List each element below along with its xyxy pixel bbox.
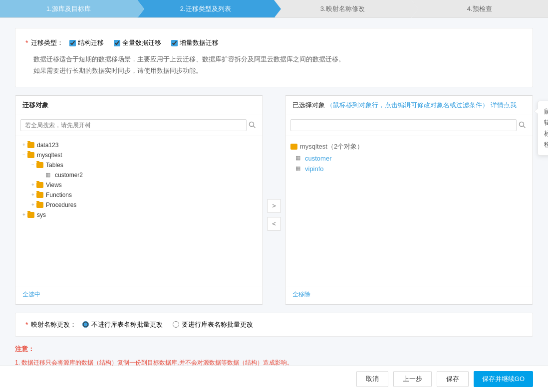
- toggle-procedures[interactable]: +: [29, 202, 36, 207]
- step-4-label: 4.预检查: [467, 4, 492, 13]
- selected-item-customer[interactable]: ▦ customer: [285, 153, 533, 164]
- tree-label-data123: data123: [37, 142, 58, 149]
- tooltip-text: 鼠标移到对象上，点击编辑入口，即可配置源跟目标实例的对象名映射及迁移列选择: [544, 108, 548, 148]
- step-2[interactable]: 2.迁移类型及列表: [137, 0, 274, 17]
- migration-type-section: * 迁移类型： 结构迁移 全量数据迁移 增量数据迁移 数据迁移适合于短期的数据移…: [15, 28, 533, 87]
- step-1[interactable]: 1.源库及目标库: [0, 0, 137, 17]
- folder-icon-functions: [36, 192, 43, 198]
- tree-item-sys[interactable]: + sys: [15, 210, 263, 220]
- tree-item-data123[interactable]: + data123: [15, 140, 263, 150]
- no-batch-radio-item[interactable]: 不进行库表名称批量更改: [82, 320, 163, 329]
- tree-label-mysqltest: mysqltest: [37, 152, 62, 159]
- folder-icon-mysqltest-right: [290, 144, 297, 150]
- toggle-mysqltest[interactable]: −: [20, 152, 27, 158]
- prev-button[interactable]: 上一步: [393, 371, 432, 387]
- right-search-icon: [519, 121, 526, 128]
- notes-title: 注意：: [15, 345, 533, 354]
- structural-migration-checkbox[interactable]: 结构迁移: [69, 38, 104, 47]
- migration-desc-line2: 如果需要进行长期的数据实时同步，请使用数据同步功能。: [33, 65, 523, 76]
- mapping-row: * 映射名称更改： 不进行库表名称批量更改 要进行库表名称批量更改: [25, 320, 523, 329]
- do-batch-radio-item[interactable]: 要进行库表名称批量更改: [173, 320, 253, 329]
- save-button[interactable]: 保存: [437, 371, 469, 387]
- stepper: 1.源库及目标库 2.迁移类型及列表 3.映射名称修改 4.预检查: [0, 0, 548, 18]
- tree-item-procedures[interactable]: + Procedures: [15, 200, 263, 210]
- step-4[interactable]: 4.预检查: [411, 0, 548, 17]
- tree-item-functions[interactable]: + Functions: [15, 190, 263, 200]
- selected-items-list: mysqltest（2个对象） ▦ customer ▦ vipinfo: [285, 136, 533, 286]
- tree-label-views: Views: [46, 182, 62, 189]
- selected-group-label: mysqltest（2个对象）: [300, 142, 363, 151]
- no-batch-radio[interactable]: [82, 321, 89, 328]
- tooltip-box: 鼠标移到对象上，点击编辑入口，即可配置源跟目标实例的对象名映射及迁移列选择: [538, 101, 548, 156]
- main-content: * 迁移类型： 结构迁移 全量数据迁移 增量数据迁移 数据迁移适合于短期的数据移…: [0, 18, 548, 392]
- panels-area: 迁移对象 + data123 −: [15, 95, 533, 305]
- select-all-button[interactable]: 全选中: [22, 290, 40, 299]
- migration-desc-line1: 数据迁移适合于短期的数据移场景，主要应用于上云迁移、数据库扩容拆分及阿里云数据库…: [33, 53, 523, 65]
- folder-icon-sys: [27, 212, 34, 218]
- table-icon-customer2: ▦: [45, 172, 52, 179]
- migration-type-row: * 迁移类型： 结构迁移 全量数据迁移 增量数据迁移: [25, 38, 523, 47]
- remove-from-right-button[interactable]: <: [267, 217, 281, 231]
- incremental-checkbox[interactable]: [171, 40, 178, 46]
- selected-group-mysqltest: mysqltest（2个对象）: [285, 140, 533, 153]
- add-to-right-button[interactable]: >: [267, 199, 281, 213]
- bottom-bar: 取消 上一步 保存 保存并继续GO: [0, 366, 548, 392]
- search-input[interactable]: [20, 119, 247, 131]
- full-checkbox[interactable]: [114, 40, 120, 46]
- do-batch-radio[interactable]: [173, 321, 179, 328]
- full-label: 全量数据迁移: [122, 38, 161, 47]
- right-search-input[interactable]: [290, 119, 517, 131]
- right-panel-detail-link[interactable]: 详情点我: [491, 101, 517, 109]
- right-panel-hint: （鼠标移到对象行，点击编辑可修改对象名或过滤条件）: [326, 101, 489, 109]
- right-panel: 已选择对象 （鼠标移到对象行，点击编辑可修改对象名或过滤条件） 详情点我 mys…: [285, 95, 533, 305]
- svg-line-3: [524, 126, 526, 128]
- tree-label-functions: Functions: [46, 192, 72, 198]
- toggle-sys[interactable]: +: [20, 212, 27, 217]
- incremental-migration-checkbox[interactable]: 增量数据迁移: [171, 38, 219, 47]
- full-migration-checkbox[interactable]: 全量数据迁移: [114, 38, 161, 47]
- folder-icon-views: [36, 182, 43, 188]
- selected-item-vipinfo[interactable]: ▦ vipinfo: [285, 164, 533, 174]
- tree-item-tables[interactable]: − Tables: [15, 160, 263, 170]
- toggle-views[interactable]: +: [29, 182, 36, 188]
- middle-buttons-area: > <: [263, 125, 285, 305]
- folder-icon-data123: [27, 142, 34, 148]
- svg-line-1: [254, 126, 256, 128]
- search-button[interactable]: [247, 119, 258, 132]
- cancel-button[interactable]: 取消: [356, 371, 388, 387]
- toggle-data123[interactable]: +: [20, 142, 27, 148]
- migration-type-label: 迁移类型：: [31, 38, 63, 47]
- table-icon-vipinfo-right: ▦: [295, 165, 302, 172]
- structural-checkbox[interactable]: [69, 40, 76, 46]
- tree-label-sys: sys: [37, 211, 46, 218]
- left-panel: 迁移对象 + data123 −: [15, 95, 263, 305]
- folder-icon-mysqltest: [27, 152, 34, 158]
- tree-item-customer2[interactable]: ▦ customer2: [15, 170, 263, 180]
- toggle-tables[interactable]: −: [29, 162, 36, 168]
- right-panel-search: [285, 115, 533, 136]
- mapping-required-star: *: [25, 321, 28, 329]
- structural-label: 结构迁移: [78, 38, 104, 47]
- migration-description: 数据迁移适合于短期的数据移场景，主要应用于上云迁移、数据库扩容拆分及阿里云数据库…: [33, 53, 523, 77]
- tree-label-tables: Tables: [46, 162, 63, 169]
- do-batch-label: 要进行库表名称批量更改: [182, 320, 253, 329]
- right-search-button[interactable]: [517, 119, 528, 132]
- required-star: *: [25, 39, 28, 47]
- selected-item-vipinfo-label: vipinfo: [305, 165, 324, 173]
- left-panel-footer: 全选中: [15, 286, 263, 303]
- remove-arrow-icon: <: [272, 220, 276, 227]
- mapping-label: 映射名称更改：: [31, 320, 76, 329]
- toggle-functions[interactable]: +: [29, 192, 36, 197]
- remove-all-button[interactable]: 全移除: [292, 290, 310, 299]
- table-icon-customer-right: ▦: [295, 155, 302, 162]
- incremental-label: 增量数据迁移: [180, 38, 219, 47]
- step-1-label: 1.源库及目标库: [46, 4, 91, 13]
- tree-item-views[interactable]: + Views: [15, 180, 263, 190]
- search-icon: [249, 121, 256, 128]
- tree-label-procedures: Procedures: [46, 201, 76, 208]
- tree-item-mysqltest[interactable]: − mysqltest: [15, 150, 263, 160]
- next-button[interactable]: 保存并继续GO: [474, 371, 533, 387]
- right-panel-footer: 全移除: [285, 286, 533, 303]
- tree-container: + data123 − mysqltest − Tables: [15, 136, 263, 286]
- step-3[interactable]: 3.映射名称修改: [274, 0, 411, 17]
